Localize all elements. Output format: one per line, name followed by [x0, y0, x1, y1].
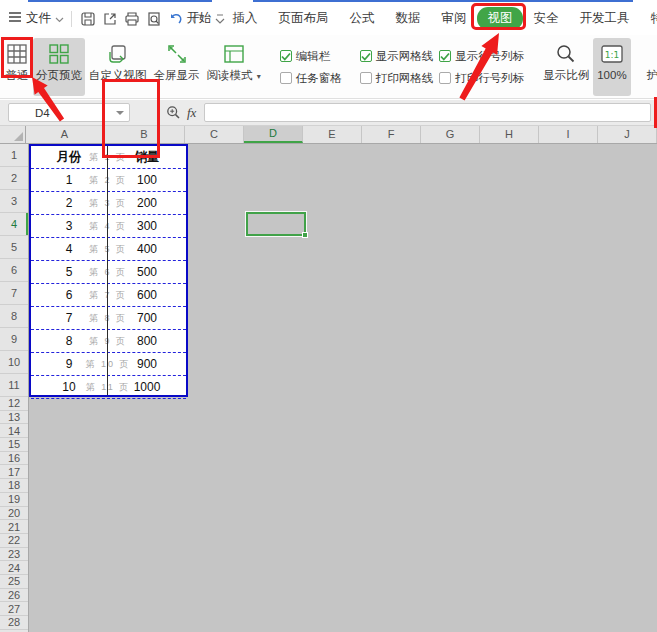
sales-cell[interactable]: 100 — [108, 169, 186, 191]
tool-button-显示比例[interactable]: 显示比例 — [539, 38, 593, 96]
checkbox-编辑栏[interactable]: 编辑栏 — [280, 49, 342, 64]
row-header-8[interactable]: 8 — [0, 305, 28, 328]
month-header-cell[interactable]: 月份 — [31, 146, 107, 168]
view-button-全屏显示[interactable]: 全屏显示 — [151, 38, 203, 96]
row-header-18[interactable]: 18 — [0, 479, 28, 493]
checkbox-打印行号列标[interactable]: 打印行号列标 — [439, 71, 524, 86]
checkbox-显示行号列标[interactable]: 显示行号列标 — [439, 49, 524, 64]
select-all-corner[interactable] — [0, 126, 26, 143]
column-header-D[interactable]: D — [244, 126, 303, 143]
month-cell[interactable]: 1 — [31, 169, 107, 191]
row-header-23[interactable]: 23 — [0, 548, 28, 562]
sales-cell[interactable]: 300 — [108, 215, 186, 237]
menu-tab-视图[interactable]: 视图 — [477, 7, 523, 30]
row-header-17[interactable]: 17 — [0, 465, 28, 479]
menu-tab-公式[interactable]: 公式 — [339, 7, 385, 30]
row-header-15[interactable]: 15 — [0, 438, 28, 452]
row-header-7[interactable]: 7 — [0, 282, 28, 305]
column-header-G[interactable]: G — [421, 126, 480, 143]
menu-bar: 文件 开始插入页面布局公式数据审阅视图安全开发工具特色应用 — [0, 2, 657, 35]
row-header-10[interactable]: 10 — [0, 351, 28, 374]
sales-cell[interactable]: 1000 — [108, 376, 186, 398]
menu-tab-审阅[interactable]: 审阅 — [431, 7, 477, 30]
row-header-24[interactable]: 24 — [0, 561, 28, 575]
formula-input[interactable] — [204, 103, 651, 122]
print-preview-button[interactable] — [145, 10, 162, 27]
row-header-25[interactable]: 25 — [0, 575, 28, 589]
sales-cell[interactable]: 600 — [108, 284, 186, 306]
column-header-I[interactable]: I — [539, 126, 598, 143]
fx-icon[interactable]: fx — [187, 105, 196, 121]
checkbox-任务窗格[interactable]: 任务窗格 — [280, 71, 342, 86]
month-cell[interactable]: 2 — [31, 192, 107, 214]
fill-handle[interactable] — [302, 232, 308, 238]
sales-cell[interactable]: 400 — [108, 238, 186, 260]
sales-cell[interactable]: 500 — [108, 261, 186, 283]
sales-cell[interactable]: 900 — [108, 353, 186, 375]
row-header-16[interactable]: 16 — [0, 452, 28, 466]
row-header-3[interactable]: 3 — [0, 190, 28, 213]
name-box[interactable]: D4 — [8, 103, 130, 122]
month-cell[interactable]: 7 — [31, 307, 107, 329]
month-cell[interactable]: 8 — [31, 330, 107, 352]
row-header-5[interactable]: 5 — [0, 236, 28, 259]
column-header-F[interactable]: F — [362, 126, 421, 143]
menu-tab-开发工具[interactable]: 开发工具 — [569, 7, 640, 30]
month-cell[interactable]: 4 — [31, 238, 107, 260]
row-header-20[interactable]: 20 — [0, 507, 28, 521]
selected-cell-d4[interactable] — [246, 212, 306, 236]
column-header-C[interactable]: C — [185, 126, 244, 143]
tool-button-护眼模式[interactable]: 护眼模式 — [643, 38, 657, 96]
menu-tab-安全[interactable]: 安全 — [523, 7, 569, 30]
sales-header-cell[interactable]: 销量 — [108, 146, 186, 168]
menu-tab-特色应用[interactable]: 特色应用 — [640, 7, 657, 30]
row-header-13[interactable]: 13 — [0, 411, 28, 425]
row-header-1[interactable]: 1 — [0, 144, 28, 167]
row-header-22[interactable]: 22 — [0, 534, 28, 548]
row-header-9[interactable]: 9 — [0, 328, 28, 351]
row-header-21[interactable]: 21 — [0, 520, 28, 534]
month-cell[interactable]: 6 — [31, 284, 107, 306]
row-header-27[interactable]: 27 — [0, 602, 28, 616]
column-header-J[interactable]: J — [598, 126, 657, 143]
export-button[interactable] — [101, 10, 118, 27]
sales-cell[interactable]: 700 — [108, 307, 186, 329]
sales-cell[interactable]: 800 — [108, 330, 186, 352]
menu-tab-插入[interactable]: 插入 — [222, 7, 268, 30]
view-button-分页预览[interactable]: 分页预览 — [33, 38, 85, 96]
view-button-自定义视图[interactable]: 自定义视图 — [86, 38, 150, 96]
view-button-普通[interactable]: 普通 — [2, 38, 32, 96]
row-header-19[interactable]: 19 — [0, 493, 28, 507]
column-header-E[interactable]: E — [303, 126, 362, 143]
column-header-H[interactable]: H — [480, 126, 539, 143]
cell-reference: D4 — [35, 107, 50, 119]
file-menu[interactable]: 文件 — [0, 10, 64, 27]
column-header-A[interactable]: A — [26, 126, 104, 143]
row-header-6[interactable]: 6 — [0, 259, 28, 282]
row-header-4[interactable]: 4 — [0, 213, 28, 236]
zoom-find-icon[interactable] — [166, 105, 181, 120]
row-header-2[interactable]: 2 — [0, 167, 28, 190]
tool-button-100%[interactable]: 1:1100% — [593, 38, 630, 96]
month-cell[interactable]: 3 — [31, 215, 107, 237]
checkbox-打印网格线[interactable]: 打印网格线 — [360, 71, 434, 86]
row-header-26[interactable]: 26 — [0, 589, 28, 603]
checkbox-显示网格线[interactable]: 显示网格线 — [360, 49, 434, 64]
sales-cell[interactable]: 200 — [108, 192, 186, 214]
month-cell[interactable]: 5 — [31, 261, 107, 283]
row-header-11[interactable]: 11 — [0, 374, 28, 397]
sheet-grid[interactable]: 第 1 页月份销量第 2 页1100第 3 页2200第 4 页3300第 5 … — [0, 144, 657, 632]
column-header-B[interactable]: B — [104, 126, 185, 143]
row-header-12[interactable]: 12 — [0, 397, 28, 411]
print-button[interactable] — [123, 10, 140, 27]
row-header-28[interactable]: 28 — [0, 616, 28, 630]
view-button-阅读模式[interactable]: 阅读模式 ▾ — [204, 38, 264, 96]
save-button[interactable] — [79, 10, 96, 27]
menu-tab-页面布局[interactable]: 页面布局 — [268, 7, 339, 30]
menu-tab-数据[interactable]: 数据 — [385, 7, 431, 30]
month-cell[interactable]: 10 — [31, 376, 107, 398]
menu-tab-开始[interactable]: 开始 — [176, 7, 222, 30]
row-header-14[interactable]: 14 — [0, 424, 28, 438]
name-box-dropdown-icon[interactable] — [116, 111, 124, 115]
month-cell[interactable]: 9 — [31, 353, 107, 375]
